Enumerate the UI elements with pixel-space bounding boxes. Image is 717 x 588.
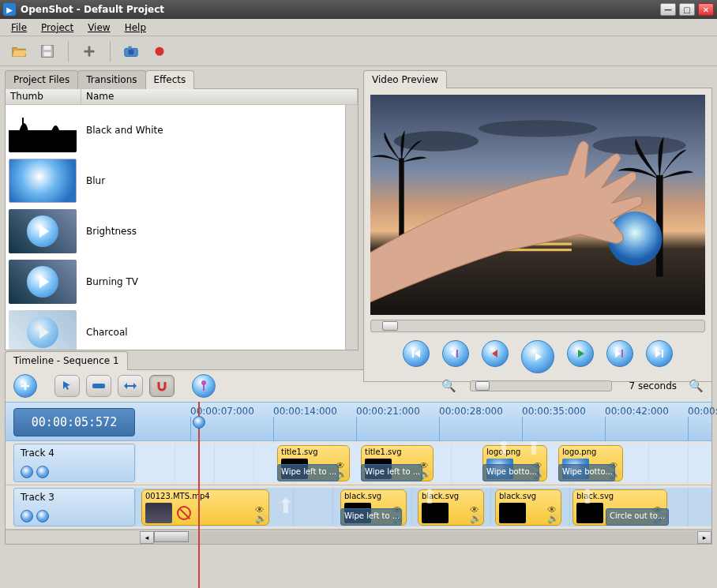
eye-icon: 👁: [547, 504, 557, 512]
track-lane[interactable]: 00123.MTS.mp4 👁🔊 ⬆ black.svg 👁🔊 Wipe lef…: [135, 488, 711, 526]
effect-row[interactable]: Charcoal: [6, 307, 345, 350]
svg-rect-5: [128, 46, 132, 49]
tab-video-preview[interactable]: Video Preview: [363, 70, 447, 88]
transition[interactable]: Wipe botto...: [558, 464, 615, 481]
clip-thumb: [576, 503, 603, 523]
step-forward-button[interactable]: [567, 340, 594, 367]
add-marker-button[interactable]: [192, 374, 216, 398]
column-thumb[interactable]: Thumb: [6, 89, 81, 104]
svg-point-6: [156, 47, 164, 55]
effect-row[interactable]: Blur: [6, 155, 345, 206]
svg-rect-20: [621, 350, 623, 358]
timeline-hscrollbar[interactable]: ◂ ▸: [6, 530, 711, 544]
transition[interactable]: Wipe left to ...: [361, 464, 422, 481]
menu-project[interactable]: Project: [35, 21, 80, 35]
clip-label: title1.svg: [365, 448, 402, 456]
add-track-button[interactable]: [13, 374, 37, 398]
effect-row[interactable]: Burning TV: [6, 257, 345, 307]
tab-effects[interactable]: Effects: [145, 70, 195, 89]
snap-tool-button[interactable]: [149, 375, 175, 397]
clip-label: logo.png: [486, 448, 520, 456]
tab-timeline[interactable]: Timeline - Sequence 1: [5, 351, 128, 370]
track-header[interactable]: Track 4: [13, 444, 135, 482]
zoom-slider[interactable]: [470, 380, 612, 391]
menu-view[interactable]: View: [81, 21, 116, 35]
menu-file[interactable]: File: [5, 21, 33, 35]
hscroll-track[interactable]: [154, 531, 697, 544]
effect-row[interactable]: Black and White: [6, 105, 345, 155]
preview-frame: [370, 95, 705, 315]
tab-project-files[interactable]: Project Files: [5, 70, 78, 89]
toolbar: [0, 36, 717, 66]
next-marker-button[interactable]: [606, 340, 633, 367]
maximize-button[interactable]: □: [679, 3, 695, 16]
effect-name: Charcoal: [80, 327, 128, 338]
step-back-button[interactable]: [482, 340, 509, 367]
effect-thumb-icon: [9, 310, 77, 350]
zoom-out-button[interactable]: 🔍: [688, 378, 704, 394]
timeline-ruler[interactable]: 00:00:05:572 00:00:07:000 00:00:14:000 0…: [6, 402, 711, 441]
track-visible-button[interactable]: [21, 510, 33, 522]
clip[interactable]: 00123.MTS.mp4 👁🔊: [141, 489, 269, 526]
hscroll-thumb[interactable]: [154, 531, 189, 542]
toolbar-separator: [110, 41, 111, 62]
track-row: Track 4 title1.svg 👁🔊 Wipe left to ...: [6, 441, 711, 485]
minimize-button[interactable]: —: [660, 3, 676, 16]
scroll-left-button[interactable]: ◂: [140, 531, 154, 544]
arrow-tool-button[interactable]: [54, 375, 80, 397]
zoom-label: 7 seconds: [625, 380, 682, 391]
effect-row[interactable]: Brightness: [6, 206, 345, 257]
track-name: Track 3: [21, 492, 128, 503]
scroll-right-button[interactable]: ▸: [697, 531, 711, 544]
snapshot-button[interactable]: [120, 40, 142, 62]
transition[interactable]: Wipe left to ...: [277, 464, 339, 481]
titlebar: ▶ OpenShot - Default Project — □ ✕: [0, 0, 717, 19]
transition[interactable]: Wipe botto...: [482, 464, 539, 481]
effect-name: Blur: [80, 175, 105, 186]
track-lane[interactable]: title1.svg 👁🔊 Wipe left to ... title1.sv…: [135, 444, 711, 482]
record-button[interactable]: [148, 40, 171, 62]
zoom-thumb[interactable]: [475, 381, 490, 391]
scrubber-thumb[interactable]: [382, 321, 398, 331]
close-button[interactable]: ✕: [698, 3, 714, 16]
zoom-in-button[interactable]: 🔍: [441, 378, 457, 394]
track-header[interactable]: Track 3: [13, 488, 135, 526]
clip[interactable]: black.svg 👁🔊: [418, 489, 484, 526]
effect-thumb-icon: [9, 159, 77, 203]
effects-scrollbar[interactable]: [345, 105, 358, 350]
seek-start-button[interactable]: [403, 340, 430, 367]
speaker-icon: 🔊: [547, 513, 557, 521]
save-button[interactable]: [36, 40, 58, 62]
clip-label: black.svg: [576, 492, 614, 500]
prev-marker-button[interactable]: [442, 340, 469, 367]
open-button[interactable]: [8, 40, 30, 62]
razor-tool-button[interactable]: [86, 375, 111, 397]
transition[interactable]: Wipe left to ...: [340, 508, 402, 526]
tab-transitions[interactable]: Transitions: [77, 70, 145, 89]
menu-help[interactable]: Help: [118, 21, 152, 35]
preview-canvas[interactable]: [370, 95, 705, 315]
playback-controls: [370, 332, 705, 375]
speaker-icon: 🔊: [255, 513, 265, 521]
arrow-up-icon: ⬆: [274, 494, 298, 518]
resize-tool-button[interactable]: [118, 375, 143, 397]
track-visible-button[interactable]: [21, 466, 33, 478]
preview-scrubber[interactable]: [370, 320, 705, 332]
seek-end-button[interactable]: [646, 340, 673, 367]
effect-thumb-icon: [9, 108, 77, 152]
svg-rect-21: [92, 384, 105, 388]
clip-label: black.svg: [422, 492, 459, 500]
track-audio-button[interactable]: [36, 510, 49, 522]
transition[interactable]: Circle out to...: [606, 508, 669, 526]
effects-list[interactable]: Black and White Blur Brightness Burning …: [6, 105, 345, 350]
track-audio-button[interactable]: [36, 466, 49, 478]
clip-thumb: [145, 503, 172, 523]
add-button[interactable]: [78, 40, 100, 62]
effect-thumb-icon: [9, 209, 77, 253]
clip[interactable]: black.svg 👁🔊: [495, 489, 561, 526]
svg-point-9: [479, 120, 597, 137]
track-row: Track 3 00123.MTS.mp4 👁🔊: [6, 485, 711, 530]
left-panel-tabs: Project Files Transitions Effects: [5, 69, 358, 88]
play-button[interactable]: [521, 340, 554, 373]
column-name[interactable]: Name: [81, 89, 358, 104]
